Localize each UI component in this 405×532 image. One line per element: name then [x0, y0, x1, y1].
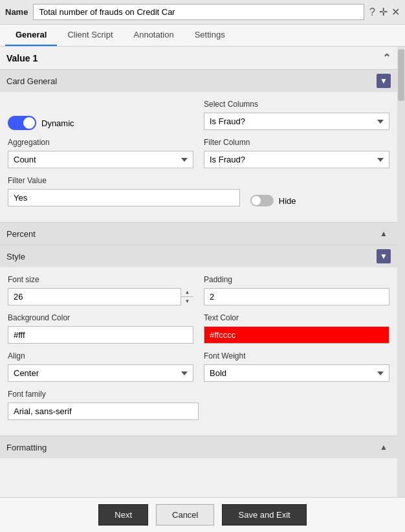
- tabs: General Client Script Annotation Setting…: [0, 25, 405, 47]
- font-weight-label: Font Weight: [204, 351, 389, 360]
- hide-slider: [250, 195, 274, 206]
- bg-color-label: Background Color: [8, 313, 193, 322]
- hide-toggle-row: Hide: [250, 190, 389, 206]
- select-columns-label: Select Columns: [204, 100, 389, 109]
- select-columns-group: Select Columns Is Fraud?: [204, 100, 389, 130]
- padding-label: Padding: [204, 275, 389, 284]
- text-color-label: Text Color: [204, 313, 389, 322]
- padding-input[interactable]: [204, 288, 389, 305]
- tab-client-script[interactable]: Client Script: [57, 25, 123, 46]
- percent-toggle[interactable]: ▲: [377, 227, 391, 241]
- hide-label: Hide: [279, 196, 296, 206]
- hide-toggle[interactable]: [250, 195, 274, 206]
- collapse-icon[interactable]: ⌃: [382, 52, 391, 64]
- aggregation-select[interactable]: Count: [8, 151, 193, 168]
- dynamic-label: Dynamic: [41, 118, 74, 128]
- dynamic-group: Dynamic: [8, 116, 193, 130]
- tab-annotation[interactable]: Annotation: [124, 25, 184, 46]
- footer: Next Cancel Save and Exit: [0, 497, 405, 532]
- padding-group: Padding: [204, 275, 389, 305]
- bg-color-group: Background Color: [8, 313, 193, 344]
- card-general-toggle[interactable]: ▼: [377, 74, 391, 88]
- tab-general[interactable]: General: [5, 25, 57, 46]
- formatting-label: Formatting: [6, 443, 47, 452]
- close-icon[interactable]: ✕: [391, 6, 400, 18]
- right-scrollbar[interactable]: [397, 47, 405, 500]
- style-content: Font size ▲ ▼ Padding: [0, 267, 397, 433]
- fontsize-input[interactable]: [8, 288, 193, 305]
- scroll-area[interactable]: Value 1 ⌃ Card General ▼ Dynamic: [0, 47, 397, 500]
- font-family-label: Font family: [8, 390, 199, 399]
- filter-value-label: Filter Value: [8, 176, 240, 185]
- aggregation-group: Aggregation Count: [8, 138, 193, 168]
- bg-color-input[interactable]: [8, 326, 193, 344]
- filter-value-input[interactable]: [8, 189, 240, 206]
- name-label: Name: [5, 7, 28, 17]
- formatting-header[interactable]: Formatting ▲: [0, 436, 397, 458]
- fontsize-padding-row: Font size ▲ ▼ Padding: [8, 275, 389, 305]
- text-color-group: Text Color: [204, 313, 389, 344]
- font-weight-select[interactable]: Bold: [204, 364, 389, 382]
- dynamic-slider: [8, 116, 36, 130]
- align-select[interactable]: Center: [8, 364, 193, 382]
- spinner-down[interactable]: ▼: [181, 297, 193, 305]
- dynamic-toggle-row: Dynamic: [8, 116, 193, 130]
- header-icons: ? ✛ ✕: [369, 6, 400, 18]
- align-fontweight-row: Align Center Font Weight Bold: [8, 351, 389, 382]
- filter-column-group: Filter Column Is Fraud?: [204, 138, 389, 168]
- font-family-group: Font family: [8, 390, 199, 420]
- dynamic-toggle[interactable]: [8, 116, 36, 130]
- style-toggle[interactable]: ▼: [377, 249, 391, 263]
- dynamic-row: Dynamic Select Columns Is Fraud?: [8, 100, 389, 130]
- font-family-input[interactable]: [8, 403, 199, 420]
- card-general-label: Card General: [6, 76, 57, 86]
- color-row: Background Color Text Color: [8, 313, 389, 344]
- filter-column-label: Filter Column: [204, 138, 389, 147]
- font-family-row: Font family: [8, 390, 389, 420]
- aggregation-row: Aggregation Count Filter Column Is Fraud…: [8, 138, 389, 168]
- content-wrapper: Value 1 ⌃ Card General ▼ Dynamic: [0, 47, 405, 500]
- hide-group: Hide: [250, 190, 389, 206]
- select-columns-select[interactable]: Is Fraud?: [204, 113, 389, 130]
- card-general-content: Dynamic Select Columns Is Fraud? Aggrega…: [0, 92, 397, 219]
- align-label: Align: [8, 351, 193, 360]
- font-weight-group: Font Weight Bold: [204, 351, 389, 382]
- spinner-up[interactable]: ▲: [181, 288, 193, 297]
- fontsize-group: Font size ▲ ▼: [8, 275, 193, 305]
- header: Name ? ✛ ✕: [0, 0, 405, 25]
- filter-value-group: Filter Value: [8, 176, 240, 206]
- percent-header[interactable]: Percent ▲: [0, 222, 397, 245]
- filter-value-row: Filter Value Hide: [8, 176, 389, 206]
- help-icon[interactable]: ?: [369, 6, 375, 18]
- move-icon[interactable]: ✛: [379, 6, 388, 18]
- spinner-buttons: ▲ ▼: [181, 288, 193, 305]
- aggregation-label: Aggregation: [8, 138, 193, 147]
- fontsize-spinner: ▲ ▼: [8, 288, 193, 305]
- style-label: Style: [6, 252, 25, 261]
- scrollbar-thumb[interactable]: [398, 49, 404, 101]
- filter-column-select[interactable]: Is Fraud?: [204, 151, 389, 168]
- percent-label: Percent: [6, 229, 36, 239]
- next-button[interactable]: Next: [98, 504, 148, 526]
- align-group: Align Center: [8, 351, 193, 382]
- cancel-button[interactable]: Cancel: [156, 504, 214, 526]
- card-general-header[interactable]: Card General ▼: [0, 69, 397, 92]
- style-header[interactable]: Style ▼: [0, 245, 397, 267]
- value-heading: Value 1 ⌃: [0, 47, 397, 69]
- tab-settings[interactable]: Settings: [184, 25, 235, 46]
- save-exit-button[interactable]: Save and Exit: [222, 504, 306, 526]
- title-input[interactable]: [33, 4, 364, 20]
- text-color-input[interactable]: [204, 326, 389, 344]
- fontsize-label: Font size: [8, 275, 193, 284]
- formatting-toggle[interactable]: ▲: [377, 440, 391, 454]
- value-heading-label: Value 1: [6, 53, 38, 63]
